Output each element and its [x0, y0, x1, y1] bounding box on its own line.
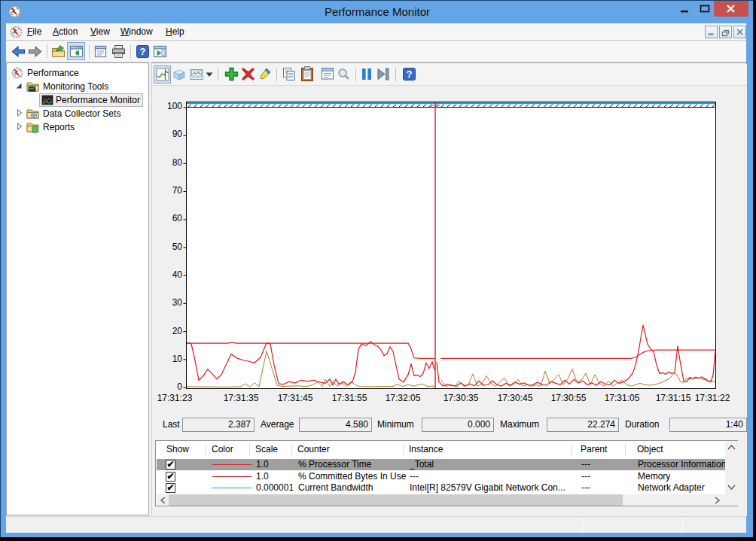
- svg-text:?: ?: [140, 46, 146, 57]
- svg-text:?: ?: [407, 68, 413, 80]
